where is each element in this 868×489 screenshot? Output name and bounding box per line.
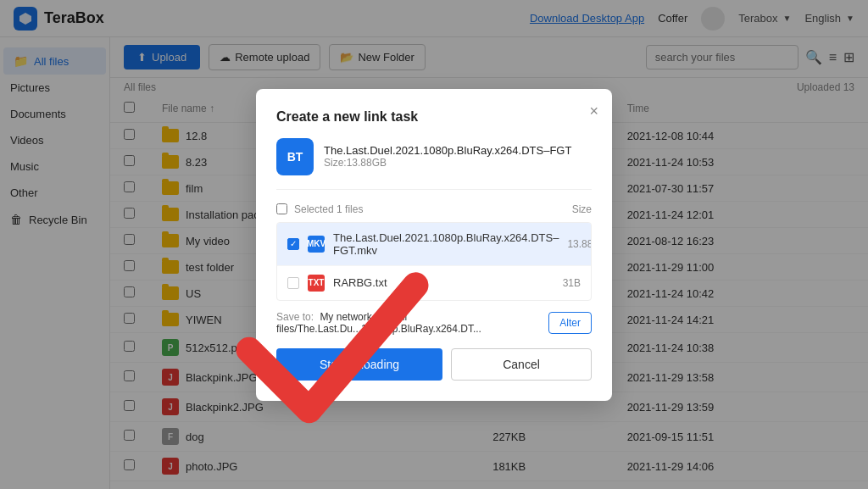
- modal-file-meta: The.Last.Duel.2021.1080p.BluRay.x264.DTS…: [324, 144, 571, 169]
- modal-file-row-name: The.Last.Duel.2021.1080p.BluRay.x264.DTS…: [333, 231, 559, 257]
- modal-file-row-size: 31B: [563, 277, 581, 289]
- modal-file-size: Size:13.88GB: [324, 157, 571, 169]
- start-uploading-button[interactable]: Start uploading: [276, 348, 442, 381]
- modal-size-header: Size: [572, 203, 592, 215]
- cancel-button[interactable]: Cancel: [451, 348, 592, 381]
- modal-file-name: The.Last.Duel.2021.1080p.BluRay.x264.DTS…: [324, 144, 571, 157]
- modal-actions: Start uploading Cancel: [276, 348, 592, 381]
- modal-file-row[interactable]: TXT RARBG.txt 31B: [277, 266, 591, 300]
- modal-file-thumb: BT: [276, 138, 314, 175]
- modal: Create a new link task × BT The.Last.Due…: [256, 89, 612, 401]
- modal-file-thumb-abbr: BT: [287, 150, 303, 164]
- modal-select-all-checkbox[interactable]: [276, 203, 287, 214]
- modal-row-checkbox[interactable]: [287, 277, 299, 289]
- modal-file-row-name: RARBG.txt: [333, 276, 554, 289]
- modal-file-type-icon: MKV: [308, 236, 325, 253]
- modal-file-list-header: Selected 1 files Size: [276, 203, 592, 215]
- modal-file-row-size: 13.88GB: [567, 238, 592, 250]
- modal-overlay: Create a new link task × BT The.Last.Due…: [0, 0, 868, 489]
- modal-file-list: ✓ MKV The.Last.Duel.2021.1080p.BluRay.x2…: [276, 222, 592, 301]
- modal-save-path: Save to: My network disk/All files/The.L…: [276, 311, 592, 335]
- modal-title: Create a new link task: [276, 109, 592, 125]
- modal-close-button[interactable]: ×: [589, 103, 598, 120]
- modal-save-path-label: Save to: My network disk/All files/The.L…: [276, 311, 548, 335]
- alter-button[interactable]: Alter: [548, 312, 592, 334]
- modal-file-info: BT The.Last.Duel.2021.1080p.BluRay.x264.…: [276, 138, 592, 190]
- modal-selected-count: Selected 1 files: [294, 203, 363, 215]
- modal-file-row[interactable]: ✓ MKV The.Last.Duel.2021.1080p.BluRay.x2…: [277, 223, 591, 266]
- modal-row-checkbox[interactable]: ✓: [287, 238, 299, 250]
- modal-file-type-icon: TXT: [308, 275, 325, 292]
